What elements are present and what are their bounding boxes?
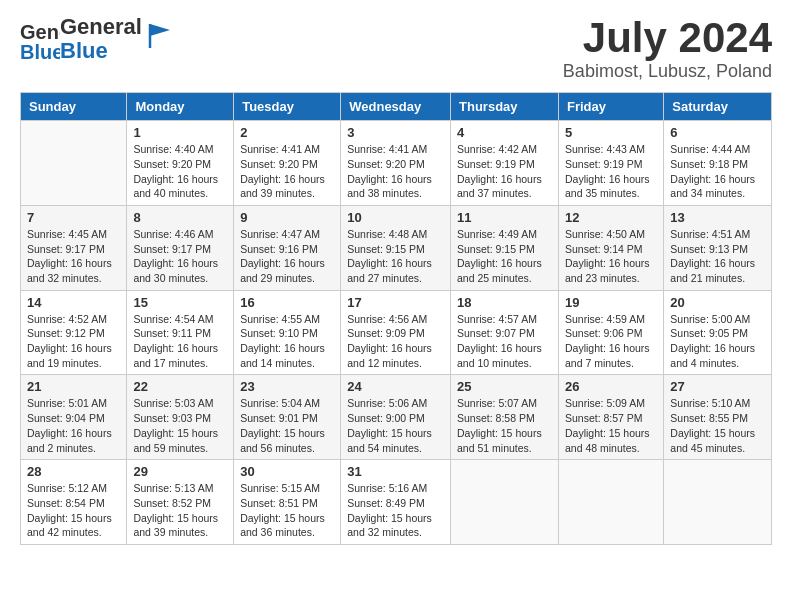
day-info: Sunrise: 4:52 AM Sunset: 9:12 PM Dayligh…	[27, 312, 120, 371]
daylight-text: Daylight: 15 hours and 32 minutes.	[347, 512, 432, 539]
day-info: Sunrise: 5:06 AM Sunset: 9:00 PM Dayligh…	[347, 396, 444, 455]
daylight-text: Daylight: 15 hours and 42 minutes.	[27, 512, 112, 539]
sunrise-text: Sunrise: 4:51 AM	[670, 228, 750, 240]
sunrise-text: Sunrise: 4:42 AM	[457, 143, 537, 155]
day-info: Sunrise: 4:59 AM Sunset: 9:06 PM Dayligh…	[565, 312, 657, 371]
sunset-text: Sunset: 8:58 PM	[457, 412, 535, 424]
day-number: 22	[133, 379, 227, 394]
sunset-text: Sunset: 9:04 PM	[27, 412, 105, 424]
logo-blue: Blue	[60, 39, 142, 63]
sunset-text: Sunset: 8:55 PM	[670, 412, 748, 424]
table-row	[451, 460, 559, 545]
daylight-text: Daylight: 16 hours and 2 minutes.	[27, 427, 112, 454]
sunset-text: Sunset: 9:12 PM	[27, 327, 105, 339]
sunrise-text: Sunrise: 5:04 AM	[240, 397, 320, 409]
sunset-text: Sunset: 9:00 PM	[347, 412, 425, 424]
table-row: 17 Sunrise: 4:56 AM Sunset: 9:09 PM Dayl…	[341, 290, 451, 375]
day-info: Sunrise: 5:00 AM Sunset: 9:05 PM Dayligh…	[670, 312, 765, 371]
table-row: 13 Sunrise: 4:51 AM Sunset: 9:13 PM Dayl…	[664, 205, 772, 290]
table-row: 11 Sunrise: 4:49 AM Sunset: 9:15 PM Dayl…	[451, 205, 559, 290]
table-row: 21 Sunrise: 5:01 AM Sunset: 9:04 PM Dayl…	[21, 375, 127, 460]
sunrise-text: Sunrise: 5:10 AM	[670, 397, 750, 409]
day-info: Sunrise: 4:45 AM Sunset: 9:17 PM Dayligh…	[27, 227, 120, 286]
day-info: Sunrise: 5:15 AM Sunset: 8:51 PM Dayligh…	[240, 481, 334, 540]
sunrise-text: Sunrise: 4:43 AM	[565, 143, 645, 155]
daylight-text: Daylight: 16 hours and 17 minutes.	[133, 342, 218, 369]
sunset-text: Sunset: 8:57 PM	[565, 412, 643, 424]
sunset-text: Sunset: 8:52 PM	[133, 497, 211, 509]
daylight-text: Daylight: 16 hours and 39 minutes.	[240, 173, 325, 200]
day-info: Sunrise: 4:48 AM Sunset: 9:15 PM Dayligh…	[347, 227, 444, 286]
day-info: Sunrise: 5:16 AM Sunset: 8:49 PM Dayligh…	[347, 481, 444, 540]
sunrise-text: Sunrise: 4:49 AM	[457, 228, 537, 240]
day-number: 18	[457, 295, 552, 310]
sunrise-text: Sunrise: 4:48 AM	[347, 228, 427, 240]
day-info: Sunrise: 5:01 AM Sunset: 9:04 PM Dayligh…	[27, 396, 120, 455]
table-row: 28 Sunrise: 5:12 AM Sunset: 8:54 PM Dayl…	[21, 460, 127, 545]
day-number: 15	[133, 295, 227, 310]
daylight-text: Daylight: 15 hours and 45 minutes.	[670, 427, 755, 454]
table-row: 15 Sunrise: 4:54 AM Sunset: 9:11 PM Dayl…	[127, 290, 234, 375]
table-row: 5 Sunrise: 4:43 AM Sunset: 9:19 PM Dayli…	[558, 121, 663, 206]
day-info: Sunrise: 4:51 AM Sunset: 9:13 PM Dayligh…	[670, 227, 765, 286]
table-row	[21, 121, 127, 206]
calendar-header-row: Sunday Monday Tuesday Wednesday Thursday…	[21, 93, 772, 121]
sunset-text: Sunset: 9:18 PM	[670, 158, 748, 170]
table-row: 18 Sunrise: 4:57 AM Sunset: 9:07 PM Dayl…	[451, 290, 559, 375]
sunrise-text: Sunrise: 5:07 AM	[457, 397, 537, 409]
sunrise-text: Sunrise: 4:52 AM	[27, 313, 107, 325]
sunrise-text: Sunrise: 4:55 AM	[240, 313, 320, 325]
day-info: Sunrise: 4:54 AM Sunset: 9:11 PM Dayligh…	[133, 312, 227, 371]
logo-icon: General Blue	[20, 17, 60, 61]
table-row: 27 Sunrise: 5:10 AM Sunset: 8:55 PM Dayl…	[664, 375, 772, 460]
daylight-text: Daylight: 16 hours and 40 minutes.	[133, 173, 218, 200]
day-info: Sunrise: 5:09 AM Sunset: 8:57 PM Dayligh…	[565, 396, 657, 455]
sunrise-text: Sunrise: 5:00 AM	[670, 313, 750, 325]
logo-general: General	[60, 15, 142, 39]
table-row: 12 Sunrise: 4:50 AM Sunset: 9:14 PM Dayl…	[558, 205, 663, 290]
logo-text-container: General Blue	[60, 15, 142, 63]
sunset-text: Sunset: 9:06 PM	[565, 327, 643, 339]
col-monday: Monday	[127, 93, 234, 121]
day-number: 6	[670, 125, 765, 140]
page-container: General Blue General Blue July 2024 Babi…	[0, 0, 792, 560]
daylight-text: Daylight: 16 hours and 30 minutes.	[133, 257, 218, 284]
table-row: 1 Sunrise: 4:40 AM Sunset: 9:20 PM Dayli…	[127, 121, 234, 206]
daylight-text: Daylight: 16 hours and 37 minutes.	[457, 173, 542, 200]
sunset-text: Sunset: 9:11 PM	[133, 327, 211, 339]
day-number: 28	[27, 464, 120, 479]
day-number: 7	[27, 210, 120, 225]
sunrise-text: Sunrise: 4:56 AM	[347, 313, 427, 325]
sunset-text: Sunset: 9:20 PM	[133, 158, 211, 170]
calendar-week-row: 14 Sunrise: 4:52 AM Sunset: 9:12 PM Dayl…	[21, 290, 772, 375]
sunrise-text: Sunrise: 4:46 AM	[133, 228, 213, 240]
table-row: 19 Sunrise: 4:59 AM Sunset: 9:06 PM Dayl…	[558, 290, 663, 375]
sunrise-text: Sunrise: 5:15 AM	[240, 482, 320, 494]
sunset-text: Sunset: 9:20 PM	[240, 158, 318, 170]
daylight-text: Daylight: 16 hours and 12 minutes.	[347, 342, 432, 369]
daylight-text: Daylight: 16 hours and 7 minutes.	[565, 342, 650, 369]
day-number: 24	[347, 379, 444, 394]
sunset-text: Sunset: 9:17 PM	[133, 243, 211, 255]
daylight-text: Daylight: 15 hours and 54 minutes.	[347, 427, 432, 454]
calendar-week-row: 28 Sunrise: 5:12 AM Sunset: 8:54 PM Dayl…	[21, 460, 772, 545]
day-info: Sunrise: 4:57 AM Sunset: 9:07 PM Dayligh…	[457, 312, 552, 371]
sunrise-text: Sunrise: 5:13 AM	[133, 482, 213, 494]
day-info: Sunrise: 4:40 AM Sunset: 9:20 PM Dayligh…	[133, 142, 227, 201]
col-tuesday: Tuesday	[234, 93, 341, 121]
day-number: 2	[240, 125, 334, 140]
sunset-text: Sunset: 9:20 PM	[347, 158, 425, 170]
daylight-text: Daylight: 15 hours and 51 minutes.	[457, 427, 542, 454]
day-number: 21	[27, 379, 120, 394]
table-row: 10 Sunrise: 4:48 AM Sunset: 9:15 PM Dayl…	[341, 205, 451, 290]
table-row: 31 Sunrise: 5:16 AM Sunset: 8:49 PM Dayl…	[341, 460, 451, 545]
day-info: Sunrise: 5:07 AM Sunset: 8:58 PM Dayligh…	[457, 396, 552, 455]
day-info: Sunrise: 4:55 AM Sunset: 9:10 PM Dayligh…	[240, 312, 334, 371]
table-row: 29 Sunrise: 5:13 AM Sunset: 8:52 PM Dayl…	[127, 460, 234, 545]
sunrise-text: Sunrise: 4:50 AM	[565, 228, 645, 240]
calendar-table: Sunday Monday Tuesday Wednesday Thursday…	[20, 92, 772, 545]
day-number: 26	[565, 379, 657, 394]
day-number: 20	[670, 295, 765, 310]
day-info: Sunrise: 5:04 AM Sunset: 9:01 PM Dayligh…	[240, 396, 334, 455]
sunrise-text: Sunrise: 4:47 AM	[240, 228, 320, 240]
